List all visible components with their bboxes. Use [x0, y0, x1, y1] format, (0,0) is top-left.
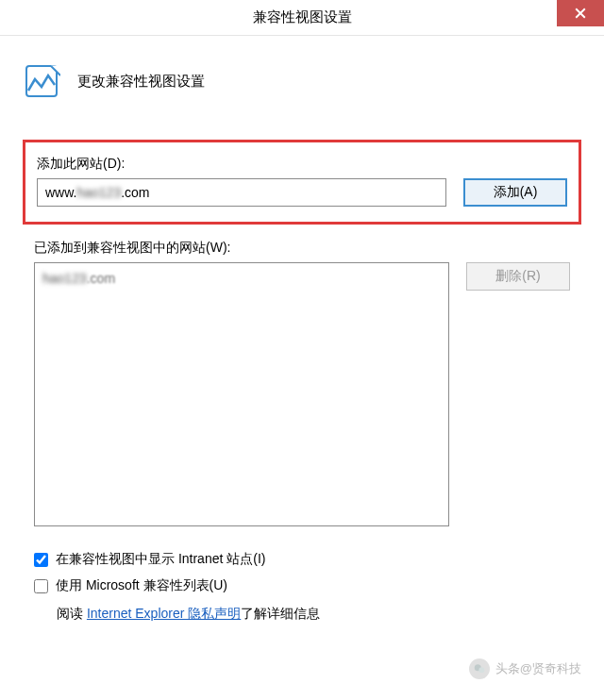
close-icon	[575, 8, 586, 19]
intranet-checkbox[interactable]	[34, 553, 48, 567]
link-prefix: 阅读	[57, 606, 87, 621]
wechat-icon	[469, 658, 490, 679]
link-suffix: 了解详细信息	[241, 606, 320, 621]
remove-button[interactable]: 删除(R)	[466, 262, 570, 291]
privacy-link[interactable]: Internet Explorer 隐私声明	[87, 606, 241, 621]
add-website-row: www.hao123.com 添加(A)	[37, 178, 567, 207]
titlebar: 兼容性视图设置	[0, 0, 604, 36]
added-list-row: hao123.com 删除(R)	[34, 262, 570, 526]
add-website-label: 添加此网站(D):	[37, 156, 567, 173]
added-list-label: 已添加到兼容性视图中的网站(W):	[34, 240, 570, 257]
website-input[interactable]: www.hao123.com	[37, 178, 446, 207]
header-text: 更改兼容性视图设置	[77, 73, 205, 91]
add-website-highlight: 添加此网站(D): www.hao123.com 添加(A)	[23, 140, 581, 225]
mslist-checkbox-label: 使用 Microsoft 兼容性列表(U)	[56, 577, 227, 594]
header-row: 更改兼容性视图设置	[23, 62, 581, 100]
intranet-checkbox-label: 在兼容性视图中显示 Intranet 站点(I)	[56, 551, 265, 568]
added-sites-listbox[interactable]: hao123.com	[34, 262, 449, 526]
mslist-checkbox-row[interactable]: 使用 Microsoft 兼容性列表(U)	[34, 577, 570, 594]
compat-view-icon	[23, 62, 60, 100]
svg-point-2	[478, 667, 484, 673]
watermark: 头条@贤奇科技	[469, 658, 581, 679]
intranet-checkbox-row[interactable]: 在兼容性视图中显示 Intranet 站点(I)	[34, 551, 570, 568]
close-button[interactable]	[557, 0, 604, 26]
watermark-text: 头条@贤奇科技	[495, 660, 581, 677]
list-item[interactable]: hao123.com	[42, 269, 441, 288]
added-list-section: 已添加到兼容性视图中的网站(W): hao123.com 删除(R) 在兼容性视…	[23, 240, 581, 623]
privacy-link-row: 阅读 Internet Explorer 隐私声明了解详细信息	[34, 606, 570, 623]
dialog-content: 更改兼容性视图设置 添加此网站(D): www.hao123.com 添加(A)…	[0, 36, 604, 623]
mslist-checkbox[interactable]	[34, 579, 48, 593]
window-title: 兼容性视图设置	[253, 8, 352, 26]
add-button[interactable]: 添加(A)	[463, 178, 567, 207]
